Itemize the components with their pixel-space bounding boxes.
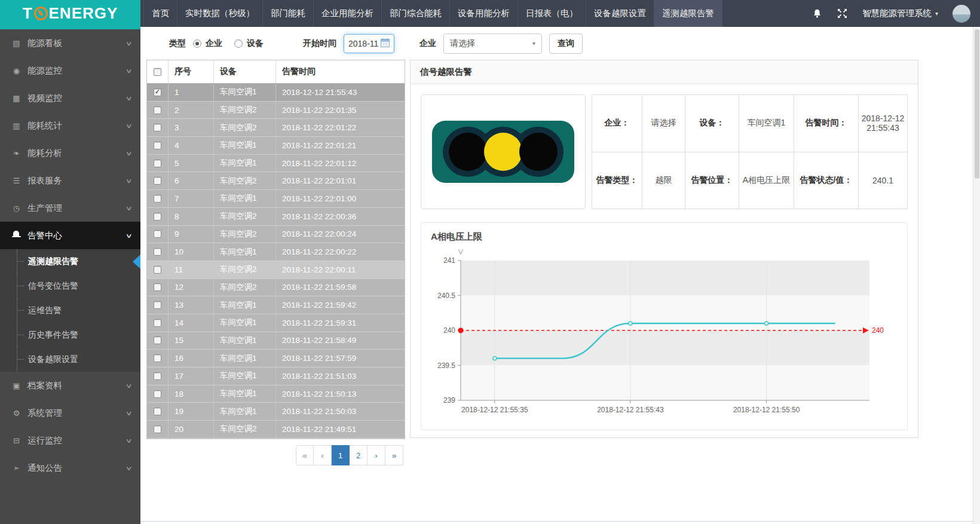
sidebar-item[interactable]: 遥测越限告警 ∨ bbox=[0, 249, 140, 274]
alarm-row[interactable]: 15 车间空调1 2018-11-22 21:58:49 bbox=[147, 332, 405, 350]
row-checkbox-cell bbox=[147, 403, 169, 420]
sidebar-item[interactable]: ⊟ 运行监控 ∨ bbox=[0, 427, 140, 454]
alarm-row[interactable]: 6 车间空调2 2018-11-22 22:01:01 bbox=[147, 172, 405, 190]
scrollbar-thumb[interactable] bbox=[975, 29, 979, 179]
sidebar-item[interactable]: ▦ 视频监控 ∨ bbox=[0, 84, 140, 112]
row-checkbox[interactable] bbox=[154, 177, 161, 185]
sidebar-item[interactable]: ◷ 生产管理 ∨ bbox=[0, 194, 140, 222]
sidebar-item[interactable]: ◉ 能源监控 ∨ bbox=[0, 57, 140, 84]
sidebar-item[interactable]: ▤ 能源看板 ∨ bbox=[0, 29, 140, 57]
alarm-row[interactable]: 2 车间空调2 2018-11-22 22:01:35 bbox=[147, 102, 405, 119]
alarm-row[interactable]: 18 车间空调1 2018-11-22 21:50:13 bbox=[147, 385, 405, 403]
sidebar-item[interactable]: ▣ 档案资料 ∨ bbox=[0, 372, 140, 399]
row-checkbox[interactable] bbox=[154, 354, 161, 362]
chevron-down-icon: ∨ bbox=[125, 150, 132, 157]
svg-text:239.5: 239.5 bbox=[437, 361, 455, 370]
alarm-row[interactable]: 14 车间空调1 2018-11-22 21:59:31 bbox=[147, 314, 405, 332]
row-checkbox[interactable] bbox=[154, 372, 161, 380]
search-button[interactable]: 查询 bbox=[549, 33, 583, 54]
bell-icon[interactable] bbox=[812, 8, 823, 19]
page-button[interactable]: › bbox=[368, 445, 385, 465]
type-radio[interactable]: 设备 bbox=[234, 38, 264, 49]
row-checkbox[interactable] bbox=[154, 390, 161, 398]
select-all-checkbox[interactable] bbox=[154, 68, 161, 76]
row-checkbox[interactable] bbox=[154, 248, 161, 256]
row-checkbox[interactable] bbox=[154, 160, 161, 167]
row-device: 车间空调2 bbox=[214, 172, 276, 189]
alarm-row[interactable]: 20 车间空调2 2018-11-22 21:49:51 bbox=[147, 421, 405, 439]
row-time: 2018-11-22 22:01:22 bbox=[276, 119, 405, 136]
user-menu[interactable]: 智慧能源管理系统 ▾ bbox=[862, 8, 938, 19]
sidebar-item[interactable]: ▥ 能耗统计 ∨ bbox=[0, 112, 140, 139]
top-nav-item[interactable]: 首页 bbox=[143, 0, 177, 27]
sidebar-item[interactable]: 运维告警 ∨ bbox=[0, 298, 140, 323]
alarm-row[interactable]: 11 车间空调2 2018-11-22 22:00:11 bbox=[147, 261, 405, 279]
top-nav-item[interactable]: 部门能耗 bbox=[263, 0, 314, 27]
avatar[interactable] bbox=[953, 5, 970, 23]
row-checkbox-cell bbox=[147, 261, 169, 278]
top-nav-item[interactable]: 部门综合能耗 bbox=[382, 0, 450, 27]
page-button[interactable]: 1 bbox=[332, 445, 350, 465]
top-nav-item[interactable]: 设备越限设置 bbox=[586, 0, 654, 27]
row-checkbox[interactable] bbox=[154, 213, 161, 220]
alarm-row[interactable]: 13 车间空调1 2018-11-22 21:59:42 bbox=[147, 296, 405, 314]
row-checkbox[interactable] bbox=[154, 425, 161, 433]
top-nav-item[interactable]: 企业用能分析 bbox=[314, 0, 382, 27]
sidebar-item-icon: ◷ bbox=[11, 204, 22, 213]
sidebar-item[interactable]: ❧ 能耗分析 ∨ bbox=[0, 139, 140, 167]
row-checkbox[interactable] bbox=[154, 124, 161, 131]
sidebar-item[interactable]: 设备越限设置 ∨ bbox=[0, 347, 140, 372]
row-checkbox[interactable] bbox=[154, 266, 161, 274]
sidebar-item[interactable]: ➣ 通知公告 ∨ bbox=[0, 454, 140, 482]
sidebar-item[interactable]: 历史事件告警 ∨ bbox=[0, 323, 140, 347]
page-button[interactable]: » bbox=[385, 445, 403, 465]
alarm-row[interactable]: 1 车间空调1 2018-12-12 21:55:43 bbox=[147, 84, 405, 102]
alarm-row[interactable]: 19 车间空调1 2018-11-22 21:50:03 bbox=[147, 403, 405, 421]
alarm-row[interactable]: 10 车间空调1 2018-11-22 22:00:22 bbox=[147, 243, 405, 261]
fullscreen-icon[interactable] bbox=[837, 8, 848, 19]
sidebar-item[interactable]: 告警中心 ∨ bbox=[0, 222, 140, 249]
calendar-icon[interactable] bbox=[381, 38, 390, 49]
alarm-row[interactable]: 8 车间空调2 2018-11-22 22:00:36 bbox=[147, 208, 405, 226]
top-nav-item[interactable]: 日报表（电） bbox=[518, 0, 586, 27]
row-checkbox[interactable] bbox=[154, 319, 161, 327]
alarm-row[interactable]: 17 车间空调1 2018-11-22 21:51:03 bbox=[147, 367, 405, 385]
row-checkbox[interactable] bbox=[154, 142, 161, 149]
alarm-row[interactable]: 12 车间空调2 2018-11-22 21:59:58 bbox=[147, 279, 405, 297]
sidebar-item[interactable]: ⚙ 系统管理 ∨ bbox=[0, 399, 140, 427]
alarm-row[interactable]: 5 车间空调1 2018-11-22 22:01:12 bbox=[147, 155, 405, 173]
company-select[interactable]: 请选择 ▾ bbox=[443, 33, 542, 54]
window-scrollbar[interactable] bbox=[973, 27, 980, 524]
alarm-row[interactable]: 7 车间空调1 2018-11-22 22:01:00 bbox=[147, 190, 405, 208]
start-date-picker[interactable] bbox=[344, 34, 394, 53]
info-value: 请选择 bbox=[642, 95, 685, 152]
row-device: 车间空调2 bbox=[214, 119, 276, 136]
sidebar-item-label: 生产管理 bbox=[27, 203, 62, 214]
row-checkbox-cell bbox=[147, 367, 169, 385]
row-checkbox[interactable] bbox=[154, 88, 161, 96]
sidebar-item[interactable]: ☰ 报表服务 ∨ bbox=[0, 167, 140, 194]
page-button[interactable]: 2 bbox=[350, 445, 368, 465]
radio-icon bbox=[234, 39, 243, 48]
top-nav-item[interactable]: 设备用能分析 bbox=[450, 0, 518, 27]
row-checkbox[interactable] bbox=[154, 301, 161, 309]
top-nav-item[interactable]: 实时数据（秒级） bbox=[177, 0, 263, 27]
topbar-right: 智慧能源管理系统 ▾ bbox=[812, 0, 980, 27]
alarm-row[interactable]: 9 车间空调2 2018-11-22 22:00:24 bbox=[147, 226, 405, 244]
alarm-row[interactable]: 16 车间空调1 2018-11-22 21:57:59 bbox=[147, 350, 405, 367]
top-nav-item[interactable]: 遥测越限告警 bbox=[654, 0, 722, 27]
row-checkbox[interactable] bbox=[154, 195, 161, 203]
chevron-down-icon: ∨ bbox=[125, 68, 132, 74]
row-checkbox[interactable] bbox=[154, 336, 161, 344]
alarm-row[interactable]: 3 车间空调2 2018-11-22 22:01:22 bbox=[147, 119, 405, 137]
row-checkbox[interactable] bbox=[154, 230, 161, 238]
page-button[interactable]: « bbox=[296, 445, 314, 465]
sidebar-item[interactable]: 信号变位告警 ∨ bbox=[0, 274, 140, 298]
row-checkbox[interactable] bbox=[154, 407, 161, 415]
page-button[interactable]: ‹ bbox=[314, 445, 332, 465]
start-date-input[interactable] bbox=[348, 39, 381, 48]
row-checkbox[interactable] bbox=[154, 283, 161, 291]
row-checkbox[interactable] bbox=[154, 106, 161, 114]
alarm-row[interactable]: 4 车间空调1 2018-11-22 22:01:21 bbox=[147, 137, 405, 155]
type-radio[interactable]: 企业 bbox=[193, 38, 222, 49]
